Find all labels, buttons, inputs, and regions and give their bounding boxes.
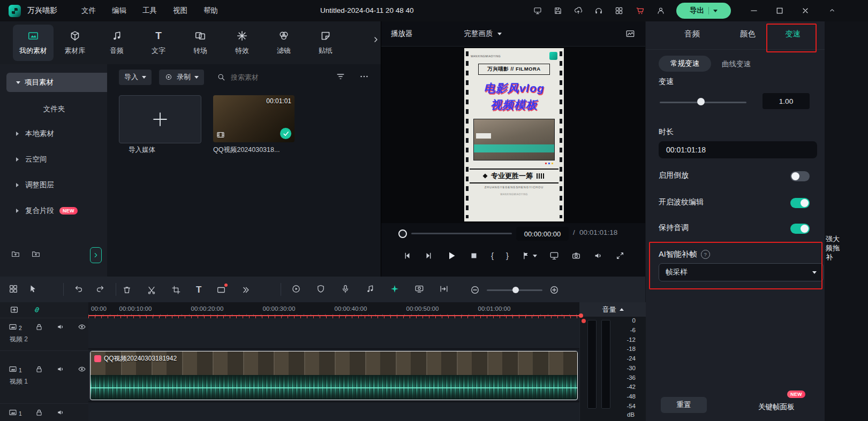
lock-track-icon[interactable] — [35, 323, 43, 331]
video-track-2-lane[interactable] — [88, 318, 579, 349]
reset-button[interactable]: 重置 — [661, 397, 707, 413]
menu-file[interactable]: 文件 — [73, 6, 104, 16]
snapshot-camera-icon[interactable] — [571, 251, 581, 261]
tab-text[interactable]: T 文字 — [138, 25, 179, 61]
export-chevron-down-icon[interactable] — [713, 10, 718, 14]
search-input[interactable] — [230, 73, 291, 82]
redo-icon[interactable] — [95, 284, 105, 294]
maximize-button[interactable] — [775, 6, 784, 15]
play-icon[interactable] — [446, 250, 457, 261]
add-track-icon[interactable] — [10, 305, 19, 315]
speed-slider-handle[interactable] — [697, 98, 705, 105]
pitch-toggle[interactable] — [790, 224, 810, 234]
speed-value-box[interactable]: 1.00 — [763, 93, 810, 109]
previous-frame-icon[interactable] — [402, 251, 412, 261]
stop-icon[interactable] — [469, 251, 479, 261]
more-tabs-chevron-icon[interactable] — [372, 35, 380, 44]
tab-filters[interactable]: 滤镜 — [263, 25, 304, 61]
speed-ramp-tab[interactable]: 曲线变速 — [722, 59, 751, 69]
voiceover-mic-icon[interactable] — [341, 284, 350, 294]
import-media-card[interactable] — [119, 95, 201, 143]
sidebar-item-compound-clip[interactable]: 复合片段 NEW — [6, 201, 111, 220]
layout-grid-icon[interactable] — [9, 284, 18, 294]
chevron-down-icon[interactable] — [533, 255, 537, 259]
speaker-icon[interactable] — [593, 251, 603, 261]
tab-transition[interactable]: 转场 — [180, 25, 221, 61]
tab-speed-properties[interactable]: 变速 — [785, 29, 801, 39]
render-preview-icon[interactable] — [291, 284, 301, 294]
save-project-icon[interactable] — [554, 6, 562, 15]
import-button[interactable]: 导入 — [119, 70, 152, 85]
delete-folder-icon[interactable] — [31, 249, 41, 259]
zoom-out-icon[interactable] — [470, 285, 480, 295]
panel-scroll-icon[interactable] — [828, 6, 836, 14]
volume-header[interactable]: 音量 — [580, 302, 646, 317]
menu-view[interactable]: 视图 — [165, 6, 195, 16]
tab-audio-properties[interactable]: 音频 — [684, 29, 700, 39]
uniform-speed-tab[interactable]: 常规变速 — [659, 56, 711, 72]
mute-track-icon[interactable] — [56, 323, 65, 331]
support-headset-icon[interactable] — [594, 6, 603, 15]
screen-record-icon[interactable] — [414, 284, 424, 294]
more-options-icon[interactable] — [359, 72, 369, 81]
ai-frame-dropdown[interactable]: 帧采样 — [659, 263, 824, 281]
filter-funnel-icon[interactable] — [336, 72, 345, 81]
sidebar-item-adjustment-layer[interactable]: 调整图层 — [6, 175, 111, 195]
minimize-button[interactable] — [750, 6, 758, 15]
menu-tools[interactable]: 工具 — [134, 6, 165, 16]
marker-flag-icon[interactable] — [521, 251, 531, 261]
next-frame-icon[interactable] — [424, 251, 434, 261]
tab-audio[interactable]: 音频 — [96, 25, 137, 61]
timeline-clip[interactable]: QQ视频20240303181942 — [90, 351, 578, 400]
delete-icon[interactable] — [122, 285, 132, 295]
cart-icon[interactable] — [635, 6, 645, 16]
scopes-icon[interactable] — [625, 29, 635, 39]
apps-grid-icon[interactable] — [615, 6, 623, 15]
tab-color-properties[interactable]: 颜色 — [740, 29, 756, 39]
display-device-icon[interactable] — [533, 6, 542, 15]
zoom-in-icon[interactable] — [549, 285, 559, 295]
sidebar-item-local-media[interactable]: 本地素材 — [6, 124, 111, 143]
seek-handle[interactable] — [398, 229, 407, 238]
menu-help[interactable]: 帮助 — [195, 6, 226, 16]
mask-pip-icon[interactable] — [216, 285, 226, 295]
split-scissors-icon[interactable] — [147, 285, 156, 295]
link-tracks-icon[interactable] — [32, 305, 42, 315]
sidebar-item-folder[interactable]: 文件夹 — [6, 99, 102, 119]
tab-stickers[interactable]: 贴纸 — [305, 25, 346, 61]
hide-track-icon[interactable] — [78, 365, 86, 373]
export-button[interactable]: 导出 — [676, 3, 731, 19]
zoom-slider[interactable] — [487, 289, 542, 291]
fullscreen-icon[interactable] — [615, 251, 625, 261]
collapse-sidebar-button[interactable] — [90, 247, 102, 263]
sidebar-item-cloud[interactable]: 云空间 — [6, 150, 111, 169]
reverse-toggle[interactable] — [790, 171, 810, 181]
help-icon[interactable]: ? — [701, 250, 710, 259]
mute-track-icon[interactable] — [56, 365, 65, 373]
mute-track-icon[interactable] — [56, 408, 65, 417]
search-icon[interactable] — [217, 73, 225, 81]
tab-my-media[interactable]: 我的素材 — [13, 25, 54, 61]
lock-track-icon[interactable] — [35, 365, 43, 373]
menu-edit[interactable]: 编辑 — [104, 6, 134, 16]
timeline-ruler[interactable]: 00:00 00:00:10:00 00:00:20:00 00:00:30:0… — [88, 302, 579, 317]
tab-library[interactable]: 素材库 — [55, 25, 95, 61]
ripple-edit-toggle[interactable] — [790, 198, 810, 208]
auto-ripple-icon[interactable] — [439, 284, 449, 294]
hide-track-icon[interactable] — [78, 323, 86, 331]
zoom-slider-handle[interactable] — [512, 287, 519, 293]
undo-icon[interactable] — [74, 284, 84, 294]
mark-out-icon[interactable]: } — [506, 250, 509, 261]
external-display-icon[interactable] — [549, 251, 559, 261]
track-3-lane[interactable] — [88, 403, 579, 421]
lock-track-icon[interactable] — [35, 408, 43, 417]
crop-icon[interactable] — [171, 285, 181, 295]
quality-dropdown[interactable]: 完整画质 — [464, 29, 502, 39]
mark-in-icon[interactable]: { — [491, 250, 494, 261]
seek-track[interactable] — [411, 233, 512, 234]
cloud-upload-icon[interactable] — [574, 6, 583, 15]
keyframe-panel-link[interactable]: 关键帧面板 — [758, 402, 795, 412]
audio-edit-icon[interactable] — [365, 284, 375, 294]
media-clip-card[interactable]: 00:01:01 — [213, 95, 295, 142]
more-tools-icon[interactable] — [241, 285, 251, 295]
